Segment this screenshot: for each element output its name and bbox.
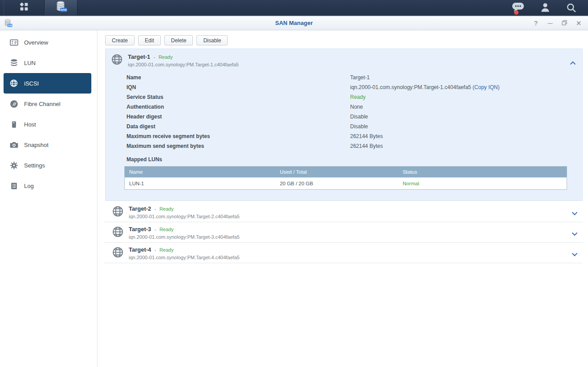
dash-separator: - [155,206,156,212]
help-icon[interactable]: ? [533,20,539,26]
target-4-row[interactable]: Target-4 - Ready iqn.2000-01.com.synolog… [104,243,583,263]
target-status: Ready [159,247,174,253]
chevron-down-icon[interactable] [572,250,578,258]
sidebar-item-label: Overview [24,39,48,46]
sidebar-item-label: LUN [24,60,36,66]
minimize-icon[interactable]: — [547,20,553,26]
camera-icon [9,140,19,150]
app-grid-icon [19,1,29,14]
target-globe-icon [112,205,124,219]
detail-row: Maximum receive segment bytes 262144 Byt… [106,131,582,141]
iqn-value: iqn.2000-01.com.synology:PM.Target-1.c40… [350,84,471,90]
user-icon[interactable] [540,2,551,13]
detail-row: Maximum send segment bytes 262144 Bytes [106,141,582,151]
sidebar-item-label: Settings [24,162,45,169]
lun-icon [9,58,19,68]
lun-name-cell: LUN-1 [125,178,276,190]
sidebar-item-lun[interactable]: LUN [4,53,91,73]
copy-iqn-link[interactable]: (Copy IQN) [473,84,500,90]
lun-used-cell: 20 GB / 20 GB [275,178,398,190]
log-icon [9,182,19,190]
detail-row: Header digest Disable [106,112,582,122]
dash-separator: - [154,54,155,60]
main-panel: Create Edit Delete Disable Target-1 [98,30,588,367]
col-name: Name [125,167,276,178]
sidebar-item-label: Log [24,183,34,189]
detail-row: Name Target-1 [106,73,582,82]
dash-separator: - [155,247,156,253]
create-button[interactable]: Create [105,35,135,45]
target-details: Name Target-1 IQN iqn.2000-01.com.synolo… [106,73,582,151]
delete-button[interactable]: Delete [164,35,193,45]
target-3-row[interactable]: Target-3 - Ready iqn.2000-01.com.synolog… [104,222,583,243]
restore-icon[interactable] [561,20,568,26]
sidebar-item-host[interactable]: Host [4,114,91,135]
detail-row: IQN iqn.2000-01.com.synology:PM.Target-1… [106,82,582,92]
mapped-luns-title: Mapped LUNs [127,156,582,163]
close-icon[interactable]: ✕ [576,20,582,26]
target-iqn: iqn.2000-01.com.synology:PM.Target-2.c40… [129,214,240,219]
target-list: Target-2 - Ready iqn.2000-01.com.synolog… [104,202,583,263]
sidebar-item-fibre-channel[interactable]: Fibre Channel [4,94,91,114]
target-iqn: iqn.2000-01.com.synology:PM.Target-3.c40… [129,234,240,240]
target-name: Target-3 [129,226,151,232]
svg-text:SAN: SAN [61,8,67,11]
target-name: Target-4 [129,246,151,253]
target-globe-icon [112,226,124,240]
target-status: Ready [159,206,174,212]
main-menu-button[interactable] [4,0,45,15]
chevron-down-icon[interactable] [572,230,578,238]
search-icon[interactable] [566,2,576,13]
target-iqn: iqn.2000-01.com.synology:PM.Target-1.c40… [128,62,239,67]
san-manager-icon: SAN [55,0,67,15]
sidebar-item-label: Fibre Channel [24,101,61,107]
gear-icon [9,161,19,170]
table-header-row: Name Used / Total Status [125,167,567,178]
taskbar: SAN [0,0,588,16]
table-row[interactable]: LUN-1 20 GB / 20 GB Normal [125,178,567,190]
target-iqn: iqn.2000-01.com.synology:PM.Target-4.c40… [129,255,240,260]
chevron-down-icon[interactable] [572,209,578,217]
mapped-luns-table: Name Used / Total Status LUN-1 20 GB / 2… [124,166,567,190]
col-used-total: Used / Total [275,167,398,178]
host-icon [9,120,19,129]
sidebar-item-log[interactable]: Log [4,175,91,196]
sidebar-item-label: Snapshot [24,142,49,148]
target-name: Target-1 [128,53,150,60]
target-1-header[interactable]: Target-1 - Ready iqn.2000-01.com.synolog… [106,49,582,69]
sidebar-item-snapshot[interactable]: Snapshot [4,135,91,155]
edit-button[interactable]: Edit [138,35,161,45]
target-2-row[interactable]: Target-2 - Ready iqn.2000-01.com.synolog… [104,202,583,222]
sidebar-item-label: iSCSI [24,80,39,87]
sidebar-item-overview[interactable]: Overview [4,32,91,53]
target-1-panel: Target-1 - Ready iqn.2000-01.com.synolog… [105,49,583,201]
window-title: SAN Manager [0,20,588,26]
detail-row: Service Status Ready [106,92,582,102]
dash-separator: - [155,227,156,232]
target-globe-icon [112,246,124,260]
sidebar-item-label: Host [24,121,36,128]
notification-badge [514,10,519,15]
col-status: Status [398,167,567,178]
disable-button[interactable]: Disable [196,35,228,45]
lun-status-cell: Normal [398,178,567,190]
detail-row: Data digest Disable [106,122,582,131]
detail-row: Authentication None [106,102,582,112]
target-status: Ready [159,227,174,232]
fibre-channel-icon [9,99,19,109]
sidebar: Overview LUN iSCSI [0,30,98,367]
chat-icon[interactable] [511,2,525,13]
chevron-up-icon[interactable] [570,59,576,67]
target-status: Ready [159,54,173,60]
sidebar-item-settings[interactable]: Settings [4,155,91,175]
globe-icon [9,79,19,88]
taskbar-san-manager-button[interactable]: SAN [45,0,78,15]
target-globe-icon [111,53,123,67]
sidebar-item-iscsi[interactable]: iSCSI [4,73,91,94]
window-titlebar: SAN SAN Manager ? — ✕ [0,16,588,30]
target-name: Target-2 [129,205,151,212]
toolbar: Create Edit Delete Disable [105,35,583,45]
overview-icon [9,38,19,47]
